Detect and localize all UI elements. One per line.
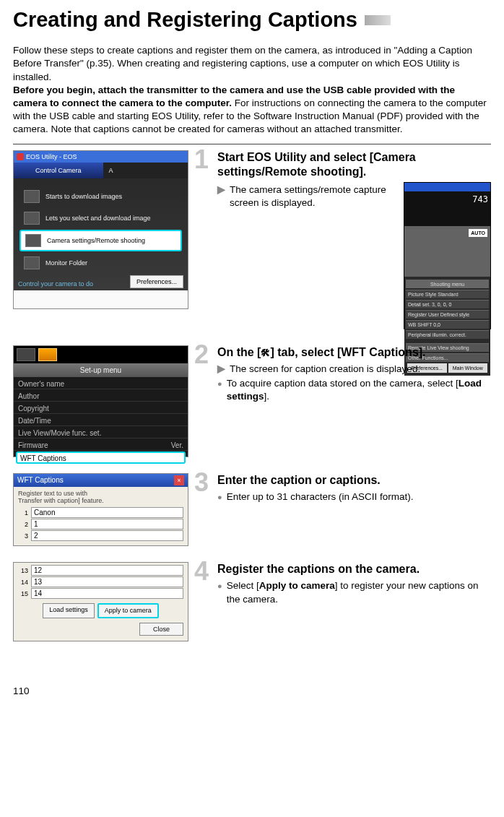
caption-input-14[interactable] <box>31 576 183 587</box>
page-title: Creating and Registering Captions <box>13 6 491 34</box>
tab-secondary[interactable]: A <box>103 163 188 178</box>
step-3-title: Enter the caption or captions. <box>217 473 491 488</box>
row-firmware[interactable]: FirmwareVer. <box>14 438 188 451</box>
triangle-bullet-icon: ▶ <box>217 183 225 196</box>
tab-control-camera[interactable]: Control Camera <box>14 163 103 178</box>
step-4: 13 14 15 Load settings Apply to camera C… <box>13 562 491 641</box>
step-4-bullet: Select [Apply to camera] to register you… <box>227 579 491 605</box>
step-1-title: Start EOS Utility and select [Camera set… <box>217 150 491 179</box>
row-datetime[interactable]: Date/Time <box>14 414 188 426</box>
menu-camera-settings[interactable]: Camera settings/Remote shooting <box>19 230 182 251</box>
load-settings-button[interactable]: Load settings <box>43 603 95 618</box>
step-number-1: 1 <box>194 149 213 329</box>
caption-input-2[interactable] <box>31 519 183 529</box>
apply-to-camera-button[interactable]: Apply to camera <box>97 603 159 618</box>
tools-tab-icon: 🛠 <box>261 347 270 359</box>
step-2: Set-up menu Owner's name Author Copyrigh… <box>13 345 491 457</box>
tab-tools-icon[interactable] <box>38 348 57 361</box>
caption-input-1[interactable] <box>31 507 183 518</box>
menu-select-download[interactable]: Lets you select and download image <box>14 207 188 229</box>
screenshot-remote-capture: 743 AUTO Shooting menu Picture Style Sta… <box>404 182 491 329</box>
step-3-bullet: Enter up to 31 characters (in ASCII form… <box>227 490 414 503</box>
step-2-title: On the [🛠] tab, select [WFT Captions]. <box>217 345 491 360</box>
step-1: EOS Utility - EOS Control Camera A Start… <box>13 150 491 329</box>
triangle-bullet-icon: ▶ <box>217 363 225 376</box>
divider <box>13 144 491 144</box>
step-number-2: 2 <box>194 344 213 405</box>
control-text: Control your camera to do <box>18 280 93 288</box>
row-author[interactable]: Author <box>14 389 188 402</box>
close-button[interactable]: Close <box>139 623 183 636</box>
step-3: WFT Captions× Register text to use with … <box>13 473 491 547</box>
step-2-bullet-2: To acquire caption data stored on the ca… <box>227 377 491 403</box>
preferences-button[interactable]: Preferences... <box>130 275 183 288</box>
step-2-bullet-1: The screen for caption creation is displ… <box>230 363 420 376</box>
circle-bullet-icon: ● <box>217 379 222 389</box>
caption-input-3[interactable] <box>31 530 183 541</box>
title-decoration <box>365 15 391 25</box>
step-number-4: 4 <box>194 561 213 607</box>
row-copyright[interactable]: Copyright <box>14 402 188 414</box>
step-1-bullet: The camera settings/remote capture scree… <box>230 183 395 209</box>
screenshot-wft-captions-top: WFT Captions× Register text to use with … <box>13 473 188 547</box>
caption-input-13[interactable] <box>31 565 183 576</box>
page-number: 110 <box>13 685 491 698</box>
row-wft-captions[interactable]: WFT Captions <box>16 451 186 464</box>
menu-monitor-folder[interactable]: Monitor Folder <box>14 252 188 274</box>
app-icon <box>17 153 24 160</box>
tab-camera-icon[interactable] <box>17 348 35 361</box>
step-4-title: Register the captions on the camera. <box>217 562 491 576</box>
row-owners-name[interactable]: Owner's name <box>14 377 188 389</box>
screenshot-eos-utility: EOS Utility - EOS Control Camera A Start… <box>13 150 188 309</box>
screenshot-wft-captions-bottom: 13 14 15 Load settings Apply to camera C… <box>13 562 188 641</box>
row-liveview[interactable]: Live View/Movie func. set. <box>14 426 188 438</box>
circle-bullet-icon: ● <box>217 492 222 503</box>
circle-bullet-icon: ● <box>217 581 222 592</box>
close-icon[interactable]: × <box>174 475 184 485</box>
dialog-description: Register text to use with Transfer with … <box>18 490 183 505</box>
screenshot-setup-menu: Set-up menu Owner's name Author Copyrigh… <box>13 345 188 457</box>
step-number-3: 3 <box>194 472 213 505</box>
menu-download[interactable]: Starts to download images <box>14 186 188 207</box>
caption-input-15[interactable] <box>31 588 183 599</box>
intro-paragraph: Follow these steps to create captions an… <box>13 44 491 137</box>
